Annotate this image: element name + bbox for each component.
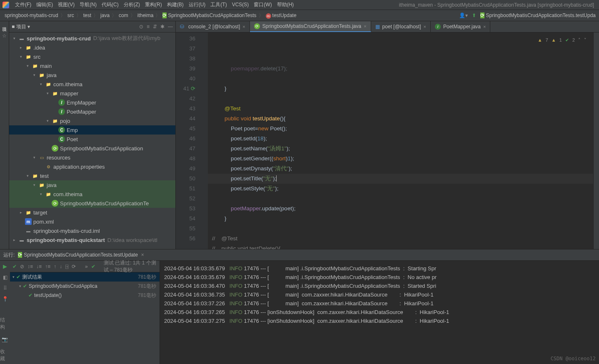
stop-icon[interactable]: ◧ — [3, 274, 7, 280]
breadcrumb-item[interactable]: mtestUpdate — [265, 12, 298, 19]
sort-icon[interactable]: ↕≡ — [27, 264, 33, 269]
expand-all-icon[interactable]: ↓≡ — [36, 264, 42, 269]
menu-item[interactable]: 构建(B) — [165, 2, 186, 7]
favorites-tool-button[interactable]: 收藏 — [0, 348, 9, 362]
breadcrumb[interactable]: springboot-mybatis-crud〉src〉test〉java〉co… — [3, 12, 298, 19]
prev-icon[interactable]: ↑ — [54, 264, 56, 269]
run-panel: ▶ ◧ ⠿ 📍 ✔ ⊘ ↕≡ ↓≡ ↑≡ ↑ ↓ ⍈ ⟳ » ✔ 测试 已通过:… — [0, 260, 599, 364]
tree-row[interactable]: ▾📁com.itheima — [9, 189, 175, 199]
menu-item[interactable]: 视图(V) — [55, 2, 77, 7]
project-panel: ■ 项目 ▾ ⊙ ≡ ⇵ ✱ — ▾▬springboot-mybatis-cr… — [9, 21, 176, 249]
breadcrumb-item[interactable]: ⟳SpringbootMybatisCrudApplicationTests — [161, 12, 257, 18]
menu-item[interactable]: 分析(Z) — [121, 2, 142, 7]
tree-row[interactable]: ⚙application.properties — [9, 162, 175, 171]
close-icon[interactable]: × — [364, 24, 366, 29]
expand-icon[interactable]: ≡ — [147, 24, 150, 30]
editor-tab[interactable]: ▦poet [@localhost]× — [371, 21, 431, 32]
breadcrumb-item[interactable]: test — [82, 12, 92, 18]
next-icon[interactable]: ↓ — [60, 264, 62, 269]
export-icon[interactable]: ⍈ — [65, 264, 68, 269]
tree-row[interactable]: CEmp — [9, 125, 175, 135]
menu-item[interactable]: 重构(R) — [142, 2, 165, 7]
collapse-all-icon[interactable]: ↑≡ — [45, 264, 50, 269]
more-icon[interactable]: ⠿ — [3, 285, 7, 291]
tree-row[interactable]: CPoet — [9, 135, 175, 144]
test-tree[interactable]: ▾ ✔ 测试结果 781毫秒 ▾ ✔ SpringbootMybatisCrud… — [10, 272, 160, 364]
settings-icon[interactable]: ✱ — [160, 24, 165, 30]
tree-row[interactable]: ▾📁pojo — [9, 116, 175, 125]
breadcrumb-item[interactable]: springboot-mybatis-crud — [3, 12, 60, 18]
tree-row[interactable]: ▾▭resources — [9, 153, 175, 162]
console-output[interactable]: 2024-05-04 16:03:35.679 INFO 17476 --- [… — [160, 261, 599, 364]
tree-row[interactable]: ▬springboot-mybatis-crud.iml — [9, 226, 175, 235]
code-editor[interactable]: ▲7 ▲1 ✔2 ˄ ˅ poemapper.delete(17); } @Te… — [208, 32, 593, 249]
show-ignored-icon[interactable]: ⊘ — [20, 264, 24, 269]
test-class-node[interactable]: ▾ ✔ SpringbootMybatisCrudApplica 781毫秒 — [10, 282, 160, 291]
editor-tab[interactable]: ⟳SpringbootMybatisCrudApplicationTests.j… — [250, 21, 371, 32]
tree-row[interactable]: ▾📁test — [9, 171, 175, 180]
tree-row[interactable]: IPoetMapper — [9, 107, 175, 116]
breadcrumb-item[interactable]: src — [66, 12, 75, 18]
inspection-widget[interactable]: ▲7 ▲1 ✔2 ˄ ˅ — [538, 35, 587, 45]
menu-item[interactable]: 帮助(H) — [275, 2, 297, 7]
weak-warning-icon: ▲ — [552, 35, 556, 45]
navigation-bar: springboot-mybatis-crud〉src〉test〉java〉co… — [0, 10, 599, 21]
close-icon[interactable]: × — [141, 252, 144, 258]
favorites-icon[interactable]: ☆ — [2, 33, 7, 39]
tree-row[interactable]: ▾📁com.itheima — [9, 80, 175, 89]
chevron-up-icon[interactable]: ˄ — [578, 35, 581, 45]
breadcrumb-item[interactable]: com — [117, 12, 130, 18]
project-panel-title: ■ 项目 ▾ — [12, 23, 30, 30]
breadcrumb-item[interactable]: java — [99, 12, 111, 18]
camera-icon[interactable]: 📷 — [2, 337, 8, 342]
user-icon[interactable]: 👤▾ — [459, 12, 468, 18]
chevron-down-icon[interactable]: ˅ — [584, 35, 587, 45]
tree-row[interactable]: ▾📁src — [9, 52, 175, 61]
tree-row[interactable]: ▾📁java — [9, 180, 175, 189]
run-label: 运行: — [3, 252, 15, 259]
editor-tab[interactable]: ⛁console_2 [@localhost]× — [176, 21, 250, 32]
menu-item[interactable]: VCS(S) — [230, 2, 252, 7]
run-tab[interactable]: ⟳ SpringbootMybatisCrudApplicationTests.… — [18, 252, 144, 258]
menu-item[interactable]: 代码(C) — [99, 2, 121, 7]
line-gutter[interactable]: 363738394041 ⟳42434445464748495051525354… — [176, 32, 199, 249]
tree-row[interactable]: ▾▬springboot-mybatis-crudD:\java web教材源代… — [9, 34, 175, 43]
menu-item[interactable]: 窗口(W) — [251, 2, 274, 7]
close-icon[interactable]: × — [424, 24, 426, 29]
editor-tab[interactable]: IPoetMapper.java× — [431, 21, 491, 32]
test-root[interactable]: ▾ ✔ 测试结果 781毫秒 — [10, 272, 160, 282]
tree-row[interactable]: ▸📁.idea — [9, 43, 175, 52]
history-icon[interactable]: ⟳ — [72, 264, 76, 269]
close-icon[interactable]: × — [242, 24, 245, 29]
tree-row[interactable]: ⟳SpringbootMybatisCrudApplicationTe — [9, 199, 175, 208]
hide-icon[interactable]: — — [168, 24, 173, 30]
locate-icon[interactable]: ⊙ — [139, 24, 143, 30]
menu-item[interactable]: 导航(N) — [77, 2, 99, 7]
tree-row[interactable]: ▾📁java — [9, 70, 175, 80]
menu-item[interactable]: 工具(T) — [208, 2, 229, 7]
structure-tool-button[interactable]: 结构 — [0, 317, 9, 331]
build-icon[interactable]: ⬆ — [472, 12, 476, 18]
breadcrumb-item[interactable]: itheima — [136, 12, 155, 18]
run-config-selector[interactable]: ⟳ SpringbootMybatisCrudApplicationTests.… — [480, 12, 596, 18]
test-method-node[interactable]: ✔ testUpdate() 781毫秒 — [10, 291, 160, 300]
tree-row[interactable]: mpom.xml — [9, 217, 175, 226]
warning-icon: ▲ — [538, 35, 542, 45]
menu-item[interactable]: 编辑(E) — [34, 2, 55, 7]
project-tool-button[interactable]: 项目 — [0, 23, 8, 25]
pass-icon: ✔ — [565, 35, 569, 45]
tree-row[interactable]: ▸📁target — [9, 208, 175, 217]
tree-row[interactable]: ▾📁mapper — [9, 89, 175, 98]
close-icon[interactable]: × — [483, 24, 486, 29]
pin-icon[interactable]: 📍 — [2, 296, 8, 302]
tree-row[interactable]: ⟳SpringbootMybatisCrudApplication — [9, 144, 175, 153]
show-passed-icon[interactable]: ✔ — [12, 264, 17, 269]
tree-row[interactable]: ▸▬springboot-mybatis-quickstartD:\idea w… — [9, 235, 175, 244]
menu-item[interactable]: 文件(F) — [12, 2, 34, 7]
menu-item[interactable]: 运行(U) — [186, 2, 208, 7]
tree-row[interactable]: IEmpMapper — [9, 98, 175, 107]
rerun-icon[interactable]: ▶ — [3, 263, 7, 269]
editor-right-gutter — [593, 32, 599, 249]
collapse-icon[interactable]: ⇵ — [153, 24, 157, 30]
tree-row[interactable]: ▾📁main — [9, 61, 175, 70]
